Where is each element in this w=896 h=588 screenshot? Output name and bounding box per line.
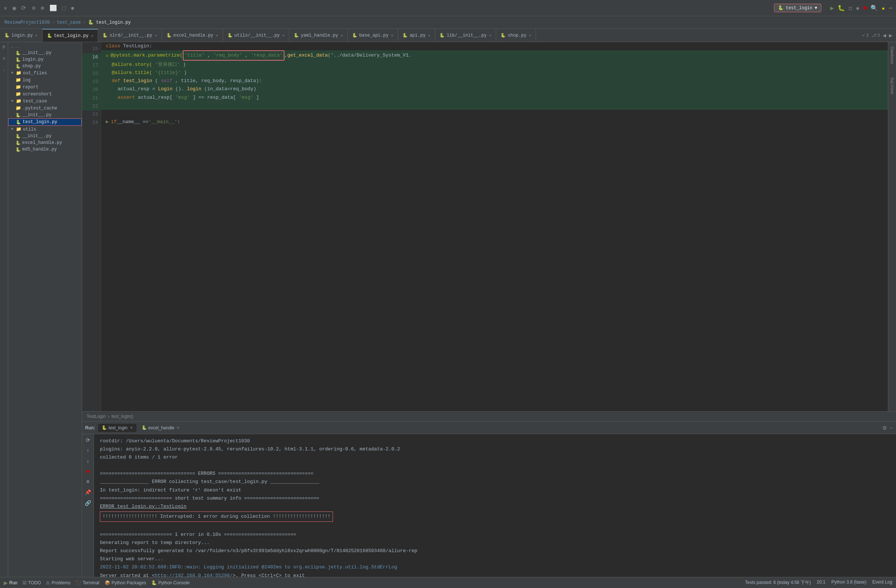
- tab-close-utils[interactable]: ✕: [282, 33, 285, 38]
- tree-test-login-py[interactable]: 🐍 test_login.py: [8, 118, 82, 126]
- database-tab[interactable]: Database: [889, 44, 895, 67]
- profile-icon[interactable]: ◈: [856, 5, 859, 12]
- zoom-out-icon[interactable]: ⊖: [32, 5, 35, 12]
- tree-excel-handle[interactable]: 🐍 excel_handle.py: [8, 139, 82, 146]
- close-icon[interactable]: ✕: [4, 5, 8, 12]
- tree-shop-py[interactable]: 🐍 shop.py: [8, 63, 82, 70]
- tab-close-api[interactable]: ✕: [428, 33, 430, 38]
- sqliview-tab[interactable]: SqLiView: [889, 74, 895, 97]
- zoom-in-icon[interactable]: ⊕: [41, 5, 44, 12]
- refresh-icon[interactable]: ⟳: [21, 5, 26, 12]
- code-content[interactable]: class TestLogin: ⚠ @pytest.mark.parametr…: [101, 42, 888, 411]
- todo-item[interactable]: ☑ TODO: [23, 580, 41, 585]
- stop-icon[interactable]: ■: [863, 5, 867, 11]
- problems-item[interactable]: ⚠ Problems: [46, 580, 70, 585]
- str-msg1: 'msg': [175, 94, 190, 100]
- run-tab-close[interactable]: ✕: [130, 426, 133, 430]
- tree-test-case[interactable]: ▼ 📁 test_case: [8, 97, 82, 105]
- tree-collapse-all[interactable]: … ..: [8, 44, 82, 50]
- breadcrumb-folder[interactable]: test_case: [57, 20, 81, 25]
- run-config-button[interactable]: 🐍 test_login ▼: [774, 4, 821, 12]
- run-scroll-up[interactable]: ↑: [86, 448, 89, 454]
- layout-icon[interactable]: ⬜: [50, 5, 57, 12]
- tab-yaml[interactable]: 🐍 yaml_handle.py ✕: [289, 29, 348, 42]
- tab-nav-left[interactable]: ◀: [883, 33, 886, 38]
- run-tab-excel-handle[interactable]: 🐍 excel_handle ✕: [138, 424, 183, 432]
- tab-close-test-login[interactable]: ✕: [91, 34, 93, 38]
- tab-close-shop[interactable]: ✕: [529, 33, 531, 38]
- tab-close-yaml[interactable]: ✕: [341, 33, 343, 38]
- run-button[interactable]: ▶ Run: [4, 580, 17, 586]
- run-settings-icon[interactable]: ⚙: [882, 425, 887, 431]
- run-scroll-down[interactable]: ↓: [86, 458, 89, 464]
- tab-lib-init[interactable]: 🐍 lib/__init__.py ✕: [435, 29, 496, 42]
- tree-out-files[interactable]: ▼ 📁 out_files: [8, 70, 82, 76]
- favorites-icon[interactable]: ☆: [3, 67, 5, 73]
- tree-init-py-test[interactable]: 🐍 __init__.py: [8, 112, 82, 118]
- tree-screenshort[interactable]: 📁 screenshort: [8, 91, 82, 97]
- tree-log[interactable]: 📁 log: [8, 76, 82, 84]
- tree-login-py[interactable]: 🐍 login.py: [8, 56, 82, 63]
- vcs-icon[interactable]: ✓ 2: [862, 33, 869, 38]
- fn-test-login: test_login: [123, 78, 152, 84]
- project-icon[interactable]: P: [3, 45, 5, 50]
- breadcrumb-project[interactable]: ReviewProject1030: [5, 20, 50, 25]
- run-pin-icon[interactable]: 📌: [85, 489, 91, 495]
- tree-utils-init[interactable]: 🐍 __init__.py: [8, 133, 82, 139]
- tab-close-base[interactable]: ✕: [391, 33, 393, 38]
- event-log-label[interactable]: Event Log: [872, 579, 892, 586]
- minimize-icon[interactable]: ◉: [12, 5, 16, 12]
- star-icon[interactable]: ★: [882, 5, 885, 12]
- tree-init-py-top[interactable]: 🐍 __init__.py: [8, 50, 82, 56]
- run-arrow-24[interactable]: ▶: [106, 118, 109, 126]
- tools-icon[interactable]: ✱: [71, 5, 75, 12]
- python-packages-item[interactable]: 📦 Python Packages: [105, 580, 146, 585]
- tab-icon-lib: 🐍: [439, 33, 445, 38]
- terminal-output[interactable]: rootdir: /Users/wuluenta/Documents/Revie…: [94, 434, 896, 577]
- run-minimize-icon[interactable]: −: [890, 425, 893, 431]
- tab-close-lib[interactable]: ✕: [489, 33, 491, 38]
- debug-icon[interactable]: 🐛: [838, 5, 845, 12]
- branch-icon[interactable]: ⎇ 3: [872, 33, 880, 38]
- tree-report[interactable]: 📁 report: [8, 84, 82, 91]
- split-icon[interactable]: ⬚: [62, 5, 66, 12]
- dunder-name: __name__ ==: [117, 118, 148, 126]
- tab-close-xlrd[interactable]: ✕: [155, 33, 157, 38]
- search-icon[interactable]: 🔍: [870, 5, 878, 12]
- tree-utils[interactable]: ▼ 📁 utils: [8, 126, 82, 133]
- run-stop-icon[interactable]: ■: [86, 469, 89, 474]
- coverage-icon[interactable]: ◻: [849, 5, 852, 12]
- tree-test-case-label: test_case: [23, 99, 47, 104]
- tab-base-api[interactable]: 🐍 base_api.py ✕: [348, 29, 398, 42]
- terminal-label: Terminal: [82, 580, 99, 585]
- tab-excel-handle[interactable]: 🐍 excel_handle.py ✕: [162, 29, 223, 42]
- more-icon[interactable]: ⋯: [888, 5, 892, 12]
- run-tab-test-login[interactable]: 🐍 test_login ✕: [98, 424, 136, 432]
- tab-api[interactable]: 🐍 api.py ✕: [398, 29, 435, 42]
- run-restart-icon[interactable]: ⟳: [86, 437, 90, 443]
- py-icon: 🐍: [15, 51, 21, 55]
- tab-close-login[interactable]: ✕: [35, 33, 38, 38]
- tab-login-py[interactable]: 🐍 login.py ✕: [0, 29, 43, 42]
- server-link[interactable]: http://192.168.0.164:55298/: [155, 573, 233, 577]
- comma1: ,: [207, 52, 213, 58]
- terminal-item[interactable]: ⬛ Terminal: [75, 580, 99, 585]
- tab-shop[interactable]: 🐍 shop.py ✕: [496, 29, 536, 42]
- tree-md5-handle[interactable]: 🐍 md5_handle.py: [8, 146, 82, 153]
- structure-icon[interactable]: ≡: [3, 56, 5, 61]
- tab-test-login-py[interactable]: 🐍 test_login.py ✕: [43, 29, 98, 42]
- tab-utils-init[interactable]: 🐍 utils/__init__.py ✕: [223, 29, 289, 42]
- tab-nav-right[interactable]: ▶: [889, 33, 892, 38]
- status-right-area: Tests passed: 6 (today 4:58 下午) 20:1 Pyt…: [745, 579, 892, 586]
- run-link-icon[interactable]: 🔗: [85, 500, 91, 506]
- folder-arrow: ▼: [11, 71, 13, 75]
- tab-close-excel[interactable]: ✕: [216, 33, 218, 38]
- tab-xlrd[interactable]: 🐍 xlrd/__init__.py ✕: [98, 29, 162, 42]
- run-clear-icon[interactable]: ≡: [86, 479, 89, 485]
- assert-close: ]: [256, 94, 259, 100]
- run-play-icon[interactable]: ▶: [830, 5, 834, 12]
- run-tab-excel-close[interactable]: ✕: [177, 426, 180, 430]
- python-console-item[interactable]: 🐍 Python Console: [151, 580, 190, 585]
- tree-pytest-cache[interactable]: 📁 .pytest_cache: [8, 105, 82, 112]
- ln-20: 20: [82, 86, 101, 94]
